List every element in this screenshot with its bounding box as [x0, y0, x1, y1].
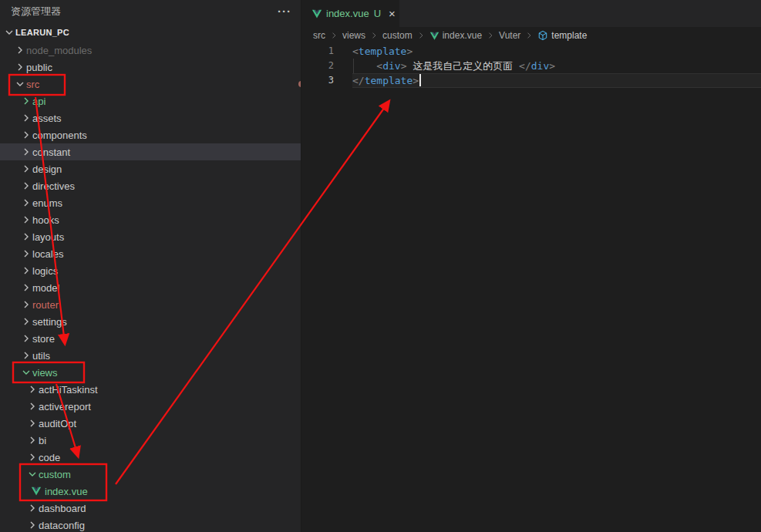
chevron-right-icon[interactable]	[20, 315, 32, 328]
tree-item-label: settings	[32, 316, 67, 328]
tree-item-assets[interactable]: assets	[0, 109, 301, 126]
tree-item-settings[interactable]: settings	[0, 313, 301, 330]
tree-item-label: logics	[32, 265, 58, 277]
chevron-right-icon[interactable]	[20, 180, 32, 192]
token-tag: div	[382, 60, 400, 72]
tree-item-store[interactable]: store	[0, 330, 301, 347]
workspace-header[interactable]: LEARUN_PC	[0, 23, 301, 42]
chevron-right-icon[interactable]	[26, 502, 39, 514]
chevron-right-icon[interactable]	[20, 112, 32, 124]
breadcrumb-label: index.vue	[443, 30, 482, 41]
tree-item-api[interactable]: api	[0, 93, 301, 109]
code-line-2[interactable]: 2 <div> 这是我自己定义的页面 </div>	[301, 59, 761, 73]
close-icon[interactable]: ×	[389, 8, 396, 19]
line-number[interactable]: 2	[301, 59, 352, 73]
breadcrumb-views[interactable]: views	[342, 30, 365, 41]
token-punct: <	[376, 60, 382, 72]
explorer-header: 资源管理器 ···	[0, 0, 301, 23]
tree-item-dashboard[interactable]: dashboard	[0, 500, 301, 517]
token-punct: <	[352, 45, 359, 57]
tree-item-custom[interactable]: custom	[0, 466, 301, 483]
chevron-right-icon[interactable]	[14, 44, 26, 56]
token-space	[352, 60, 376, 72]
breadcrumb-index-vue[interactable]: index.vue	[429, 30, 482, 41]
chevron-right-icon[interactable]	[20, 231, 32, 243]
tree-item-enums[interactable]: enums	[0, 194, 301, 211]
chevron-down-icon[interactable]	[14, 78, 26, 90]
tree-item-label: bi	[39, 435, 46, 446]
tree-item-src[interactable]: src	[0, 76, 301, 93]
tab-index-vue[interactable]: index.vue U ×	[301, 0, 399, 27]
tree-item-label: node_modules	[26, 45, 92, 56]
tree-item-components[interactable]: components	[0, 126, 301, 143]
tree-item-label: activereport	[39, 401, 91, 412]
chevron-right-icon[interactable]	[20, 281, 32, 294]
tree-item-actHiTaskinst[interactable]: actHiTaskinst	[0, 381, 301, 398]
chevron-right-icon[interactable]	[26, 383, 39, 396]
chevron-down-icon[interactable]	[20, 366, 32, 379]
tree-item-model[interactable]: model	[0, 279, 301, 296]
chevron-down-icon[interactable]	[26, 468, 39, 480]
more-actions-icon[interactable]: ···	[278, 8, 291, 15]
tree-item-bi[interactable]: bi	[0, 432, 301, 449]
chevron-right-icon[interactable]	[20, 129, 32, 141]
code-line-content: <template>	[352, 44, 761, 59]
tree-item-label: utils	[32, 350, 50, 362]
chevron-right-icon[interactable]	[20, 214, 32, 226]
breadcrumb-Vuter[interactable]: Vuter	[499, 30, 520, 41]
line-number[interactable]: 1	[301, 44, 352, 59]
chevron-right-icon[interactable]	[20, 197, 32, 209]
chevron-right-icon[interactable]	[14, 61, 26, 73]
code-editor[interactable]: 1<template>2 <div> 这是我自己定义的页面 </div>3</t…	[301, 44, 761, 532]
tree-item-label: enums	[32, 197, 62, 209]
tree-item-constant[interactable]: constant	[0, 143, 301, 160]
chevron-right-icon[interactable]	[20, 264, 32, 277]
tree-item-label: constant	[32, 146, 70, 158]
tree-item-directives[interactable]: directives	[0, 177, 301, 194]
tree-item-label: custom	[39, 469, 71, 480]
tree-item-label: design	[32, 163, 62, 175]
tree-item-hooks[interactable]: hooks	[0, 211, 301, 228]
tree-item-label: index.vue	[45, 486, 88, 497]
tree-item-code[interactable]: code	[0, 449, 301, 466]
tree-item-layouts[interactable]: layouts	[0, 228, 301, 245]
chevron-right-icon[interactable]	[20, 298, 32, 311]
breadcrumb-template[interactable]: template	[537, 30, 587, 41]
tree-item-label: dashboard	[39, 503, 86, 514]
chevron-right-icon[interactable]	[20, 332, 32, 345]
tab-title: index.vue	[326, 8, 369, 19]
chevron-right-icon[interactable]	[26, 519, 39, 531]
code-line-3[interactable]: 3</template>	[301, 73, 761, 88]
breadcrumb-src[interactable]: src	[313, 30, 325, 41]
token-punct: >	[549, 60, 555, 72]
line-number[interactable]: 3	[301, 73, 352, 88]
chevron-right-icon[interactable]	[20, 146, 32, 158]
text-cursor	[419, 74, 421, 86]
chevron-right-icon[interactable]	[26, 434, 39, 446]
tree-item-locales[interactable]: locales	[0, 245, 301, 262]
breadcrumb-custom[interactable]: custom	[382, 30, 412, 41]
vue-file-icon	[31, 486, 42, 497]
chevron-right-icon[interactable]	[26, 451, 39, 463]
tree-item-views[interactable]: views	[0, 364, 301, 381]
tree-item-design[interactable]: design	[0, 160, 301, 177]
tree-item-dataconfig[interactable]: dataconfig	[0, 517, 301, 532]
chevron-right-icon[interactable]	[26, 400, 39, 412]
tree-item-utils[interactable]: utils	[0, 347, 301, 364]
tree-item-router[interactable]: router	[0, 296, 301, 313]
tree-item-node_modules[interactable]: node_modules	[0, 42, 301, 59]
token-tag: template	[365, 75, 413, 86]
chevron-right-icon[interactable]	[20, 95, 32, 107]
tree-item-logics[interactable]: logics	[0, 262, 301, 279]
chevron-right-icon[interactable]	[20, 163, 32, 175]
tree-item-auditOpt[interactable]: auditOpt	[0, 415, 301, 432]
chevron-right-icon[interactable]	[20, 349, 32, 362]
tree-item-public[interactable]: public	[0, 59, 301, 76]
chevron-right-icon[interactable]	[20, 247, 32, 260]
tree-item-label: dataconfig	[39, 520, 85, 531]
tree-item-label: auditOpt	[39, 418, 76, 429]
tree-item-index.vue[interactable]: index.vueU	[0, 483, 301, 500]
chevron-right-icon[interactable]	[26, 417, 39, 429]
tree-item-activereport[interactable]: activereport	[0, 398, 301, 415]
code-line-1[interactable]: 1<template>	[301, 44, 761, 59]
